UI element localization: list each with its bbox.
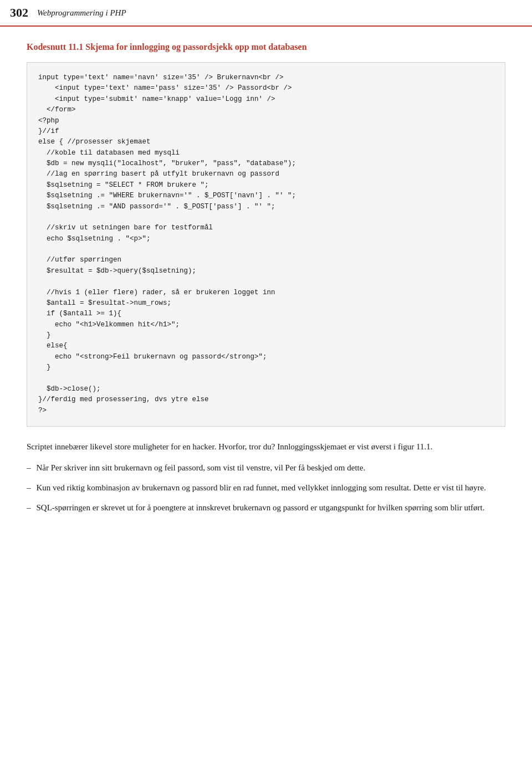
bullet-text: Når Per skriver inn sitt brukernavn og f… [37, 461, 506, 474]
page-content: Kodesnutt 11.1 Skjema for innlogging og … [0, 27, 532, 536]
page-header: 302 Webprogrammering i PHP [0, 0, 532, 27]
code-block: input type='text' name='navn' size='35' … [27, 62, 505, 427]
body-paragraph: Scriptet innebærer likevel store mulighe… [27, 440, 505, 453]
list-item: Når Per skriver inn sitt brukernavn og f… [27, 461, 505, 474]
page-number: 302 [10, 6, 28, 20]
bullet-text: SQL-spørringen er skrevet ut for å poeng… [37, 501, 506, 514]
list-item: SQL-spørringen er skrevet ut for å poeng… [27, 501, 505, 514]
page-title: Webprogrammering i PHP [37, 8, 126, 18]
bullet-list: Når Per skriver inn sitt brukernavn og f… [27, 461, 505, 514]
list-item: Kun ved riktig kombinasjon av brukernavn… [27, 481, 505, 494]
section-heading: Kodesnutt 11.1 Skjema for innlogging og … [27, 42, 505, 52]
bullet-text: Kun ved riktig kombinasjon av brukernavn… [37, 481, 506, 494]
